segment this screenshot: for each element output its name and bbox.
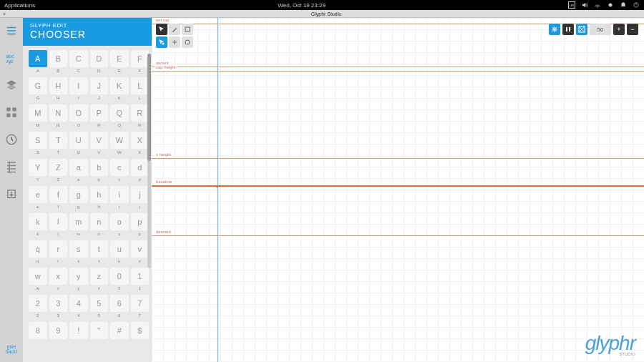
glyph-cell[interactable]: J	[90, 77, 109, 94]
glyph-cell[interactable]: t	[90, 240, 109, 258]
canvas[interactable]: em topascentcap heightx heightbaselinede…	[152, 18, 644, 362]
glyph-cell[interactable]: g	[69, 186, 88, 203]
glyph-cell[interactable]: i	[110, 186, 129, 203]
chooser-scrollbar-thumb[interactable]	[147, 54, 151, 161]
glyph-cell[interactable]: 6	[110, 295, 129, 312]
glyph-cell[interactable]: n	[90, 213, 109, 230]
glyph-cell[interactable]: p	[131, 213, 150, 230]
glyph-cell[interactable]: y	[69, 268, 88, 285]
glyph-cell[interactable]: "	[90, 322, 109, 339]
svg-point-1	[609, 4, 613, 7]
arrow-tool-icon[interactable]	[156, 24, 167, 35]
glyph-cell[interactable]: e	[29, 186, 47, 203]
components-icon[interactable]	[3, 104, 20, 121]
glyph-cell[interactable]: f	[49, 186, 68, 203]
glyph-cell[interactable]: d	[131, 159, 150, 176]
glyph-cell[interactable]: C	[69, 50, 88, 67]
glyph-cell[interactable]: 3	[49, 295, 68, 312]
add-point-tool-icon[interactable]	[169, 36, 180, 48]
glyph-cell[interactable]: K	[110, 77, 129, 94]
glyph-cell[interactable]: E	[110, 50, 129, 67]
close-button[interactable]: ×	[0, 11, 9, 16]
glyph-chooser-icon[interactable]: abcxyz	[3, 49, 20, 67]
volume-icon[interactable]	[581, 1, 588, 9]
oval-tool-icon[interactable]	[182, 36, 193, 48]
applications-menu[interactable]: Applications	[4, 2, 35, 9]
glyph-cell[interactable]: P	[90, 104, 109, 122]
glyph-cell[interactable]: X	[131, 132, 150, 149]
glyph-cell[interactable]: b	[90, 159, 109, 176]
glyph-cell[interactable]: M	[29, 104, 47, 122]
glyph-cell[interactable]: !	[69, 322, 88, 339]
glyph-cell[interactable]: I	[69, 77, 88, 94]
glyph-cell[interactable]: w	[29, 268, 47, 285]
glyph-cell[interactable]: 4	[69, 295, 88, 312]
glyph-cell[interactable]: Y	[29, 159, 47, 176]
glyph-cell[interactable]: u	[110, 240, 129, 258]
hamburger-menu-icon[interactable]	[3, 22, 20, 39]
glyph-cell[interactable]: k	[29, 213, 47, 230]
glyph-cell[interactable]: 8	[29, 322, 47, 339]
glyph-cell[interactable]: q	[29, 240, 47, 258]
glyph-cell[interactable]: 0	[110, 268, 129, 285]
glyph-cell[interactable]: 2	[29, 295, 47, 312]
fit-view-icon[interactable]	[562, 24, 574, 35]
glyph-cell[interactable]: L	[131, 77, 150, 94]
glyph-label: p	[131, 232, 150, 236]
history-icon[interactable]	[3, 131, 20, 148]
zoom-in-button[interactable]: +	[613, 24, 625, 35]
pen-tool-icon[interactable]	[169, 24, 180, 35]
glyph-cell[interactable]: Z	[49, 159, 68, 176]
glyph-cell[interactable]: o	[110, 213, 129, 230]
glyph-cell[interactable]: a	[69, 159, 88, 176]
give-back-link[interactable]: give back!	[6, 344, 18, 355]
glyph-label: b	[90, 177, 109, 182]
glyph-cell[interactable]: v	[131, 240, 150, 258]
glyph-cell[interactable]: R	[131, 104, 150, 122]
network-icon[interactable]	[594, 1, 601, 9]
glyph-cell[interactable]: r	[49, 240, 68, 258]
glyph-cell[interactable]: D	[90, 50, 109, 67]
power-icon[interactable]	[633, 1, 640, 9]
zoom-out-button[interactable]: −	[627, 24, 638, 35]
glyph-cell[interactable]: h	[90, 186, 109, 203]
glyph-cell[interactable]: x	[49, 268, 68, 285]
glyph-cell[interactable]: S	[29, 132, 47, 149]
glyph-cell[interactable]: 1	[131, 268, 150, 285]
guides-icon[interactable]	[3, 158, 20, 175]
layers-icon[interactable]	[3, 77, 20, 94]
glyph-cell[interactable]: c	[110, 159, 129, 176]
glyph-cell[interactable]: j	[131, 186, 150, 203]
glyph-cell[interactable]: $	[131, 322, 150, 339]
glyph-cell[interactable]: #	[110, 322, 129, 339]
pan-tool-icon[interactable]	[549, 24, 560, 35]
export-icon[interactable]	[3, 185, 20, 202]
glyph-cell[interactable]: 9	[49, 322, 68, 339]
glyph-cell[interactable]: N	[49, 104, 68, 122]
zoom-fit-icon[interactable]	[576, 24, 587, 35]
glyph-cell[interactable]: V	[90, 132, 109, 149]
glyph-cell[interactable]: B	[49, 50, 68, 67]
path-edit-tool-icon[interactable]	[156, 36, 167, 48]
glyph-cell[interactable]: U	[69, 132, 88, 149]
zoom-value[interactable]: 50	[590, 24, 611, 35]
glyph-cell[interactable]: z	[90, 268, 109, 285]
notifications-icon[interactable]	[620, 1, 627, 9]
glyph-cell[interactable]: T	[49, 132, 68, 149]
keyboard-indicator-icon[interactable]: us	[568, 1, 575, 9]
glyph-cell[interactable]: Q	[110, 104, 129, 122]
glyph-cell[interactable]: m	[69, 213, 88, 230]
glyph-cell[interactable]: l	[49, 213, 68, 230]
record-icon[interactable]	[607, 1, 614, 9]
glyph-cell[interactable]: W	[110, 132, 129, 149]
glyph-cell[interactable]: 7	[131, 295, 150, 312]
glyph-cell[interactable]: s	[69, 240, 88, 258]
chooser-scrollbar[interactable]	[147, 54, 151, 268]
glyph-cell[interactable]: H	[49, 77, 68, 94]
glyph-cell[interactable]: F	[131, 50, 150, 67]
glyph-cell[interactable]: 5	[90, 295, 109, 312]
glyph-cell[interactable]: A	[29, 50, 47, 67]
glyph-cell[interactable]: G	[29, 77, 47, 94]
glyph-cell[interactable]: O	[69, 104, 88, 122]
shape-tool-icon[interactable]	[182, 24, 193, 35]
